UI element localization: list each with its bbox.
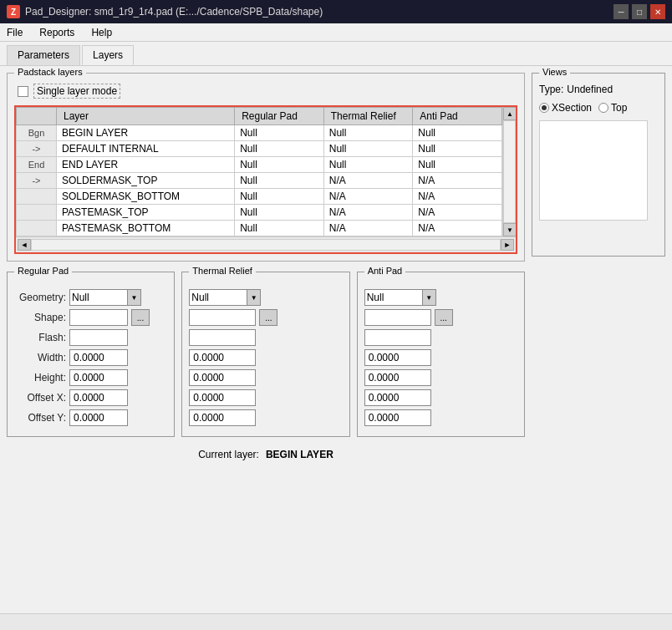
regular-pad-section: Regular Pad Geometry: Null ▼ Shape: ... bbox=[7, 272, 175, 437]
anti-shape-browse[interactable]: ... bbox=[435, 309, 453, 326]
app-icon: Z bbox=[7, 5, 20, 18]
col-header-thermal: Thermal Relief bbox=[323, 108, 413, 125]
row-label: End bbox=[17, 157, 57, 173]
table-row[interactable]: -> DEFAULT INTERNAL Null Null Null bbox=[17, 141, 502, 157]
regular-pad-geometry-select-arrow[interactable]: ▼ bbox=[128, 289, 141, 306]
radio-top-label: Top bbox=[611, 102, 627, 114]
anti-select-arrow[interactable]: ▼ bbox=[423, 289, 436, 306]
anti-geometry-select[interactable]: Null bbox=[364, 289, 423, 306]
menu-bar: File Reports Help bbox=[0, 23, 672, 42]
thermal-height-input[interactable] bbox=[189, 369, 256, 386]
table-row[interactable]: PASTEMASK_TOP Null N/A N/A bbox=[17, 205, 502, 221]
thermal-shape-input[interactable] bbox=[189, 309, 256, 326]
left-panel: Padstack layers Single layer mode Layer bbox=[7, 73, 525, 624]
tab-parameters[interactable]: Parameters bbox=[7, 45, 80, 65]
thermal-relief-title: Thermal Relief bbox=[189, 266, 256, 276]
table-row[interactable]: -> SOLDERMASK_TOP Null N/A N/A bbox=[17, 173, 502, 189]
anti-pad-value: N/A bbox=[413, 221, 502, 236]
regular-pad-offsetx-input[interactable] bbox=[69, 389, 128, 406]
minimize-button[interactable]: ─ bbox=[613, 4, 629, 19]
regular-pad-height-input[interactable] bbox=[69, 369, 128, 386]
anti-width-input[interactable] bbox=[364, 349, 431, 366]
hscroll-right-button[interactable]: ► bbox=[501, 239, 514, 251]
regular-pad-height-label: Height: bbox=[14, 372, 66, 384]
views-preview bbox=[539, 120, 648, 221]
radio-top-dot bbox=[598, 103, 608, 113]
regular-pad-offsetx-row: Offset X: bbox=[14, 389, 167, 406]
regular-pad-offsety-input[interactable] bbox=[69, 409, 128, 426]
regular-pad-width-input[interactable] bbox=[69, 349, 128, 366]
single-layer-checkbox[interactable] bbox=[18, 86, 28, 97]
layers-table: Layer Regular Pad Thermal Relief Anti Pa… bbox=[16, 107, 502, 236]
regular-pad-flash-label: Flash: bbox=[14, 332, 66, 343]
close-button[interactable]: ✕ bbox=[650, 4, 665, 19]
anti-shape-input[interactable] bbox=[364, 309, 431, 326]
vscroll-track bbox=[503, 120, 516, 223]
menu-help[interactable]: Help bbox=[88, 26, 115, 39]
thermal-value: Null bbox=[323, 157, 413, 173]
regular-pad-offsety-label: Offset Y: bbox=[14, 412, 66, 424]
table-row[interactable]: SOLDERMASK_BOTTOM Null N/A N/A bbox=[17, 189, 502, 205]
thermal-width-row bbox=[189, 349, 342, 366]
hscroll-left-button[interactable]: ◄ bbox=[18, 239, 31, 251]
radio-xsection[interactable]: XSection bbox=[539, 102, 592, 114]
thermal-value: Null bbox=[323, 125, 413, 141]
table-row[interactable]: Bgn BEGIN LAYER Null Null Null bbox=[17, 125, 502, 141]
regular-pad-title: Regular Pad bbox=[14, 266, 72, 276]
row-label bbox=[17, 205, 57, 221]
layer-name: BEGIN LAYER bbox=[56, 125, 234, 141]
reg-pad-value: Null bbox=[235, 189, 324, 205]
menu-reports[interactable]: Reports bbox=[36, 26, 78, 39]
anti-pad-title: Anti Pad bbox=[364, 266, 406, 276]
title-text: Pad_Designer: smd_1r9_1r4.pad (E:.../Cad… bbox=[25, 6, 323, 18]
reg-pad-value: Null bbox=[235, 221, 324, 236]
regular-pad-flash-input[interactable] bbox=[69, 329, 128, 346]
anti-geometry-row: Null ▼ bbox=[364, 289, 517, 306]
thermal-width-input[interactable] bbox=[189, 349, 256, 366]
thermal-shape-browse[interactable]: ... bbox=[259, 309, 277, 326]
regular-pad-shape-browse[interactable]: ... bbox=[131, 309, 150, 326]
anti-shape-row: ... bbox=[364, 309, 517, 326]
tab-layers[interactable]: Layers bbox=[82, 45, 134, 65]
regular-pad-geometry-select-wrapper: Null ▼ bbox=[69, 289, 141, 306]
regular-pad-shape-row: Shape: ... bbox=[14, 309, 167, 326]
table-scroll-area: Layer Regular Pad Thermal Relief Anti Pa… bbox=[16, 107, 502, 236]
views-title: Views bbox=[539, 67, 570, 77]
anti-offsety-input[interactable] bbox=[364, 409, 431, 426]
views-type-label: Type: bbox=[539, 84, 563, 95]
thermal-geometry-select[interactable]: Null bbox=[189, 289, 247, 306]
col-header-empty bbox=[17, 108, 57, 125]
regular-pad-geometry-select[interactable]: Null bbox=[69, 289, 128, 306]
thermal-offsetx-input[interactable] bbox=[189, 389, 256, 406]
bottom-panels: Regular Pad Geometry: Null ▼ Shape: ... bbox=[7, 272, 525, 437]
vscroll-down-button[interactable]: ▼ bbox=[503, 223, 517, 236]
reg-pad-value: Null bbox=[235, 141, 324, 157]
layer-name: PASTEMASK_BOTTOM bbox=[56, 221, 234, 236]
maximize-button[interactable]: □ bbox=[632, 4, 647, 19]
layer-name: SOLDERMASK_BOTTOM bbox=[56, 189, 234, 205]
vscroll-up-button[interactable]: ▲ bbox=[503, 107, 517, 120]
table-with-scrollbar: Layer Regular Pad Thermal Relief Anti Pa… bbox=[16, 107, 516, 236]
radio-xsection-label: XSection bbox=[552, 102, 592, 114]
layer-name: PASTEMASK_TOP bbox=[56, 205, 234, 221]
views-section: Views Type: Undefined XSection Top bbox=[532, 73, 665, 257]
thermal-select-arrow[interactable]: ▼ bbox=[247, 289, 261, 306]
radio-top[interactable]: Top bbox=[598, 102, 627, 114]
regular-pad-shape-input[interactable] bbox=[69, 309, 128, 326]
thermal-offsety-input[interactable] bbox=[189, 409, 256, 426]
table-row[interactable]: PASTEMASK_BOTTOM Null N/A N/A bbox=[17, 221, 502, 236]
thermal-flash-input[interactable] bbox=[189, 329, 256, 346]
anti-offsetx-input[interactable] bbox=[364, 389, 431, 406]
anti-flash-input[interactable] bbox=[364, 329, 431, 346]
regular-pad-offsetx-label: Offset X: bbox=[14, 392, 66, 404]
thermal-value: N/A bbox=[323, 221, 413, 236]
horizontal-scrollbar: ◄ ► bbox=[16, 236, 516, 252]
status-bar bbox=[0, 613, 672, 630]
single-layer-label: Single layer mode bbox=[33, 84, 120, 99]
tab-bar: Parameters Layers bbox=[0, 42, 672, 66]
anti-height-input[interactable] bbox=[364, 369, 431, 386]
menu-file[interactable]: File bbox=[3, 26, 26, 39]
table-row[interactable]: End END LAYER Null Null Null bbox=[17, 157, 502, 173]
current-layer-label: Current layer: bbox=[198, 449, 259, 460]
single-layer-row: Single layer mode bbox=[14, 84, 517, 99]
